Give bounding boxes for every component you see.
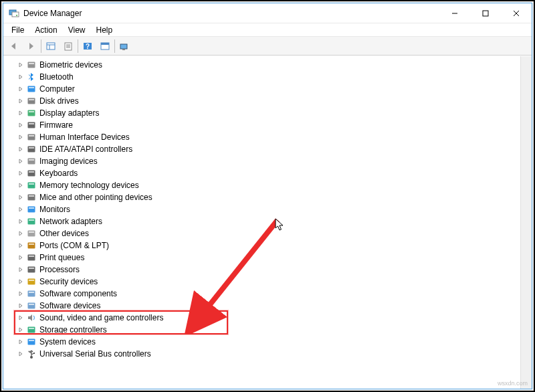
tree-item[interactable]: Disk drives bbox=[3, 95, 520, 107]
toolbar-divider bbox=[41, 39, 41, 53]
tree-item[interactable]: Keyboards bbox=[3, 167, 520, 179]
chevron-right-icon[interactable] bbox=[15, 98, 26, 104]
chevron-right-icon[interactable] bbox=[15, 195, 26, 200]
toolbar-forward[interactable] bbox=[23, 39, 39, 54]
toolbar-show-hidden[interactable] bbox=[43, 39, 59, 54]
chevron-right-icon[interactable] bbox=[15, 219, 26, 224]
svg-rect-54 bbox=[28, 279, 35, 285]
minimize-button[interactable] bbox=[439, 3, 470, 23]
tree-item[interactable]: Software components bbox=[3, 288, 520, 300]
svg-rect-7 bbox=[47, 43, 55, 50]
menu-action[interactable]: Action bbox=[29, 24, 62, 36]
svg-rect-62 bbox=[28, 339, 35, 345]
tree-item-label: Sound, video and game controllers bbox=[39, 313, 163, 322]
tree-item[interactable]: Mice and other pointing devices bbox=[3, 191, 520, 203]
tree-item-label: Display adapters bbox=[39, 108, 99, 118]
svg-rect-36 bbox=[28, 171, 35, 177]
svg-rect-38 bbox=[28, 183, 35, 189]
tree-item[interactable]: Imaging devices bbox=[3, 155, 520, 167]
tree-item-label: Disk drives bbox=[39, 96, 79, 106]
chevron-right-icon[interactable] bbox=[15, 351, 26, 357]
maximize-button[interactable] bbox=[470, 3, 501, 23]
chevron-right-icon[interactable] bbox=[15, 255, 26, 260]
network-icon bbox=[26, 216, 37, 227]
chevron-right-icon[interactable] bbox=[15, 207, 26, 212]
chevron-right-icon[interactable] bbox=[15, 159, 26, 164]
tree-item-label: Keyboards bbox=[39, 169, 78, 178]
keyboard-icon bbox=[26, 168, 37, 179]
svg-rect-21 bbox=[29, 63, 34, 64]
toolbar-scan[interactable] bbox=[116, 39, 132, 54]
menubar: File Action View Help bbox=[3, 23, 532, 37]
svg-rect-26 bbox=[28, 110, 35, 116]
tree-item[interactable]: Monitors bbox=[3, 203, 520, 215]
tree-item[interactable]: Sound, video and game controllers bbox=[3, 312, 520, 324]
tree-item[interactable]: Firmware bbox=[3, 119, 520, 131]
tree-item-label: Print queues bbox=[39, 253, 84, 262]
chevron-right-icon[interactable] bbox=[15, 74, 26, 80]
chevron-right-icon[interactable] bbox=[15, 291, 26, 296]
chevron-right-icon[interactable] bbox=[15, 110, 26, 116]
tree-item-label: Ports (COM & LPT) bbox=[39, 241, 109, 250]
chevron-right-icon[interactable] bbox=[15, 86, 26, 92]
chevron-right-icon[interactable] bbox=[15, 183, 26, 188]
tree-item[interactable]: Processors bbox=[3, 264, 520, 276]
svg-rect-19 bbox=[122, 49, 125, 50]
menu-help[interactable]: Help bbox=[91, 24, 118, 36]
toolbar-back[interactable] bbox=[6, 39, 22, 54]
chevron-right-icon[interactable] bbox=[15, 122, 26, 128]
tree-item[interactable]: Memory technology devices bbox=[3, 179, 520, 191]
tree-item[interactable]: IDE ATA/ATAPI controllers bbox=[3, 143, 520, 155]
svg-rect-1 bbox=[12, 12, 19, 17]
svg-rect-52 bbox=[28, 267, 35, 273]
chevron-right-icon[interactable] bbox=[15, 303, 26, 308]
tree-item[interactable]: Software devices bbox=[3, 300, 520, 312]
chevron-right-icon[interactable] bbox=[15, 327, 26, 332]
chevron-right-icon[interactable] bbox=[15, 243, 26, 248]
imaging-icon bbox=[26, 156, 37, 167]
ide-icon bbox=[26, 144, 37, 155]
tree-item[interactable]: Storage controllers bbox=[3, 324, 520, 336]
tree-item[interactable]: Biometric devices bbox=[3, 59, 520, 71]
tree-item[interactable]: Network adapters bbox=[3, 215, 520, 227]
tree-item[interactable]: Print queues bbox=[3, 252, 520, 264]
chevron-right-icon[interactable] bbox=[15, 146, 26, 152]
tree-item[interactable]: Computer bbox=[3, 83, 520, 95]
firmware-icon bbox=[26, 120, 37, 130]
menu-view[interactable]: View bbox=[63, 24, 91, 36]
vertical-scrollbar[interactable] bbox=[520, 56, 532, 389]
screenshot-frame: Device Manager File Action View Help ? bbox=[0, 0, 535, 392]
tree-item[interactable]: Human Interface Devices bbox=[3, 131, 520, 143]
chevron-right-icon[interactable] bbox=[15, 315, 26, 320]
tree-item[interactable]: Other devices bbox=[3, 227, 520, 239]
tree-item[interactable]: Display adapters bbox=[3, 107, 520, 119]
menu-file[interactable]: File bbox=[6, 24, 29, 36]
chevron-right-icon[interactable] bbox=[15, 62, 26, 68]
toolbar-properties[interactable] bbox=[60, 39, 76, 54]
toolbar: ? bbox=[3, 37, 532, 56]
svg-rect-31 bbox=[29, 135, 34, 136]
tree-item[interactable]: Universal Serial Bus controllers bbox=[3, 348, 520, 360]
chevron-right-icon[interactable] bbox=[15, 279, 26, 284]
bluetooth-icon bbox=[26, 72, 37, 82]
svg-rect-20 bbox=[28, 62, 35, 68]
close-button[interactable] bbox=[501, 3, 532, 23]
chevron-right-icon[interactable] bbox=[15, 339, 26, 345]
svg-rect-60 bbox=[28, 327, 35, 333]
chevron-right-icon[interactable] bbox=[15, 134, 26, 140]
toolbar-help[interactable]: ? bbox=[80, 39, 96, 54]
chevron-right-icon[interactable] bbox=[15, 171, 26, 176]
tree-item[interactable]: Ports (COM & LPT) bbox=[3, 239, 520, 252]
chevron-right-icon[interactable] bbox=[15, 231, 26, 236]
svg-rect-37 bbox=[29, 171, 34, 173]
tree-item-label: Computer bbox=[39, 84, 75, 94]
tree-item[interactable]: Security devices bbox=[3, 276, 520, 288]
chevron-right-icon[interactable] bbox=[15, 267, 26, 272]
tree-item[interactable]: System devices bbox=[3, 336, 520, 348]
system-icon bbox=[26, 336, 37, 347]
hid-icon bbox=[26, 132, 37, 142]
tree-item[interactable]: Bluetooth bbox=[3, 71, 520, 83]
svg-rect-66 bbox=[33, 353, 35, 354]
device-tree[interactable]: Biometric devicesBluetoothComputerDisk d… bbox=[3, 56, 520, 389]
toolbar-details[interactable] bbox=[97, 39, 113, 54]
